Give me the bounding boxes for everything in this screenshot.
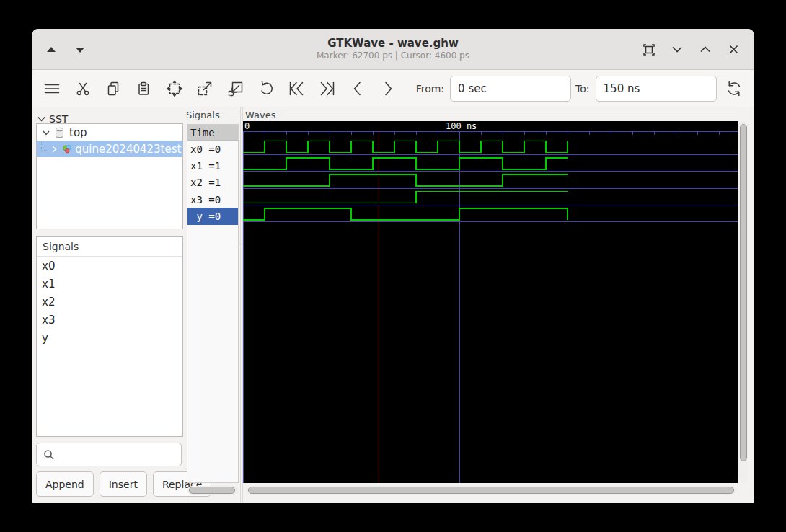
zoom-undo-button[interactable] (256, 76, 276, 101)
titlebar: GTKWave - wave.ghw Marker: 62700 ps | Cu… (32, 29, 754, 70)
titlebar-left-buttons (42, 29, 89, 70)
titlebar-right-buttons (640, 29, 743, 70)
search-input[interactable] (58, 444, 180, 465)
to-label: To: (575, 83, 589, 94)
waveform-plot: 0100 ns (243, 121, 738, 483)
zoom-in-icon (195, 79, 214, 98)
tree-item-top[interactable]: top (37, 124, 182, 141)
paste-icon (135, 80, 152, 97)
signal-list-header: Signals (37, 237, 182, 257)
search-icon (43, 449, 55, 461)
chevron-right-icon[interactable] (49, 144, 59, 154)
screen: GTKWave - wave.ghw Marker: 62700 ps | Cu… (0, 0, 786, 532)
chevron-down-icon[interactable] (41, 128, 51, 138)
chevron-left-icon (348, 79, 367, 98)
step-forward-button[interactable] (378, 76, 398, 101)
maximize-button[interactable] (696, 40, 715, 59)
to-input[interactable] (596, 76, 717, 102)
chevron-down-icon (672, 46, 682, 53)
chevron-right-icon (379, 79, 397, 98)
close-icon (729, 45, 738, 54)
cut-button[interactable] (72, 76, 92, 101)
append-button[interactable]: Append (36, 471, 94, 497)
paste-button[interactable] (133, 76, 154, 101)
signal-search (36, 443, 182, 466)
signal-list-item-x3[interactable]: x3 (37, 311, 182, 329)
signal-list-item-x2[interactable]: x2 (37, 293, 182, 311)
waves-frame-label: Waves (245, 110, 278, 120)
cut-icon (74, 80, 92, 97)
zoom-out-button[interactable] (225, 76, 245, 101)
scrollbar-thumb[interactable] (189, 487, 235, 494)
entity-spheres-icon (62, 143, 72, 155)
triangle-down-icon (75, 46, 85, 53)
tree-item-label: top (69, 126, 87, 139)
from-input[interactable] (450, 76, 571, 102)
scrollbar-thumb[interactable] (740, 124, 747, 461)
tree-item-testbench[interactable]: quine20240423testbench (37, 141, 182, 157)
step-back-button[interactable] (348, 76, 368, 101)
zoom-fit-icon (165, 79, 184, 98)
signal-column-hscrollbar[interactable] (187, 486, 238, 495)
skip-to-start-icon (287, 79, 306, 98)
signal-values-column: Time x0 =0 x1 =1 x2 =1 x3 =0 y =0 (187, 124, 239, 483)
gtkwave-window: GTKWave - wave.ghw Marker: 62700 ps | Cu… (32, 29, 754, 503)
zoom-fit-button[interactable] (164, 76, 185, 101)
value-row-x1[interactable]: x1 =1 (187, 157, 238, 174)
value-row-x2[interactable]: x2 =1 (187, 174, 238, 191)
waves-frame-line (277, 115, 738, 115)
svg-text:0: 0 (244, 121, 250, 131)
value-row-y[interactable]: y =0 (187, 208, 238, 224)
shift-up-button[interactable] (42, 40, 61, 59)
undo-icon (257, 79, 275, 98)
zoom-out-icon (226, 79, 245, 98)
skip-to-end-icon (318, 79, 337, 98)
expander-chevron-icon (37, 116, 45, 122)
left-panel-separator (185, 107, 185, 503)
go-to-start-button[interactable] (286, 76, 306, 101)
signal-list-item-x0[interactable]: x0 (37, 257, 182, 275)
wave-canvas[interactable]: 0100 ns (243, 121, 738, 483)
main-content: SST top quine20240423test (32, 107, 754, 503)
fullscreen-button[interactable] (640, 40, 658, 59)
zoom-in-button[interactable] (195, 76, 215, 101)
value-row-x0[interactable]: x0 =0 (187, 141, 238, 157)
insert-button[interactable]: Insert (100, 471, 147, 497)
sst-tree: top quine20240423testbench (36, 123, 183, 229)
from-label: From: (416, 83, 444, 94)
copy-button[interactable] (103, 76, 123, 101)
triangle-up-icon (46, 46, 56, 53)
signals-frame-label: Signals (186, 110, 223, 120)
reload-icon (725, 79, 743, 98)
menu-button[interactable] (42, 76, 62, 101)
module-cylinder-icon (54, 127, 65, 138)
signal-list-panel: Signals x0 x1 x2 x3 y (36, 236, 183, 437)
svg-text:100 ns: 100 ns (446, 121, 477, 131)
toolbar: From: To: (32, 70, 754, 107)
chevron-up-icon (700, 46, 710, 53)
signal-list-item-x1[interactable]: x1 (37, 275, 182, 293)
go-to-end-button[interactable] (317, 76, 337, 101)
value-row-x3[interactable]: x3 =0 (187, 191, 238, 208)
time-header: Time (187, 125, 238, 141)
close-button[interactable] (724, 40, 743, 59)
reload-button[interactable] (724, 76, 744, 101)
fullscreen-icon (643, 43, 655, 56)
copy-icon (105, 80, 122, 97)
scrollbar-thumb[interactable] (248, 487, 734, 494)
tree-item-label: quine20240423testbench (75, 143, 182, 156)
shift-down-button[interactable] (71, 40, 89, 59)
minimize-button[interactable] (668, 40, 686, 59)
signal-list-item-y[interactable]: y (37, 329, 182, 347)
tree-guide-line (41, 142, 48, 151)
wave-hscrollbar[interactable] (247, 486, 737, 495)
wave-vscrollbar[interactable] (739, 121, 748, 483)
menu-icon (43, 79, 61, 98)
